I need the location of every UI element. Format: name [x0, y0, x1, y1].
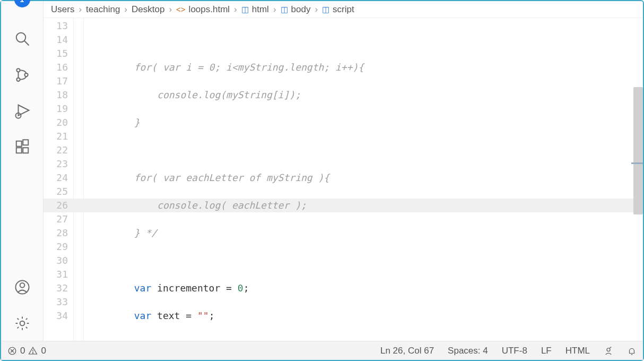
activity-bar: 1 — [1, 1, 43, 341]
status-bar: 0 0 Ln 26, Col 67 Spaces: 4 UTF-8 LF HTM… — [1, 341, 643, 360]
svg-rect-9 — [23, 148, 28, 153]
crumb-script[interactable]: script — [333, 4, 354, 15]
line-number: 29 — [43, 240, 68, 254]
svg-point-2 — [16, 68, 20, 72]
line-number: 26 — [43, 199, 68, 212]
breadcrumb[interactable]: Users› teaching› Desktop› <> loops.html›… — [43, 1, 643, 18]
badge-count: 1 — [14, 0, 30, 7]
feedback-icon[interactable] — [604, 346, 613, 356]
svg-rect-8 — [16, 148, 21, 153]
crumb-html[interactable]: html — [252, 4, 269, 15]
status-encoding[interactable]: UTF-8 — [502, 346, 527, 356]
chevron-right-icon: › — [79, 4, 82, 15]
svg-point-13 — [20, 321, 24, 326]
line-number: 24 — [43, 171, 68, 185]
search-icon[interactable] — [14, 31, 30, 49]
crumb-body[interactable]: body — [291, 4, 311, 15]
fold-gutter — [73, 18, 84, 341]
status-problems[interactable]: 0 0 — [7, 346, 46, 356]
notifications-bell-icon[interactable] — [627, 346, 637, 356]
line-number-gutter: 13 14 15 16 17 18 19 20 21 22 23 24 25 2… — [43, 18, 73, 341]
line-number: 31 — [43, 268, 68, 281]
extensions-icon[interactable] — [14, 139, 30, 157]
line-number: 17 — [43, 74, 68, 88]
account-icon[interactable] — [14, 279, 30, 297]
code-content[interactable]: for( var i = 0; i<myString.length; i++){… — [84, 18, 643, 341]
symbol-icon: ◫ — [322, 5, 329, 14]
code-line[interactable]: console.log( eachLetter ); — [84, 199, 643, 212]
app-root: 1 Users› teaching› Desktop› <> loops.htm… — [0, 0, 644, 361]
line-number: 25 — [43, 185, 68, 199]
editor-column: Users› teaching› Desktop› <> loops.html›… — [43, 1, 643, 341]
code-line[interactable]: } — [84, 116, 643, 130]
code-line[interactable]: } */ — [84, 226, 643, 240]
code-line[interactable]: var incrementor = 0; — [84, 281, 643, 295]
main-row: 1 Users› teaching› Desktop› <> loops.htm… — [1, 1, 643, 341]
svg-rect-10 — [23, 140, 28, 145]
chevron-right-icon: › — [234, 4, 237, 15]
line-number: 15 — [43, 47, 68, 61]
run-debug-icon[interactable] — [14, 103, 30, 121]
line-number: 34 — [43, 309, 68, 323]
line-number: 14 — [43, 33, 68, 47]
crumb-file[interactable]: loops.html — [189, 4, 230, 15]
status-language-mode[interactable]: HTML — [565, 346, 590, 356]
svg-point-0 — [16, 33, 25, 42]
chevron-right-icon: › — [273, 4, 276, 15]
line-number: 27 — [43, 212, 68, 226]
settings-gear-icon[interactable] — [14, 315, 30, 333]
warning-icon — [28, 346, 38, 356]
svg-point-4 — [24, 73, 28, 76]
svg-rect-7 — [16, 141, 21, 147]
editor-area[interactable]: 13 14 15 16 17 18 19 20 21 22 23 24 25 2… — [43, 18, 643, 341]
html-file-icon: <> — [176, 5, 186, 14]
code-line[interactable] — [84, 254, 643, 268]
line-number: 19 — [43, 102, 68, 116]
explorer-badge[interactable]: 1 — [12, 3, 32, 13]
chevron-right-icon: › — [315, 4, 318, 15]
code-line[interactable]: for( var i = 0; i<myString.length; i++){ — [84, 61, 643, 74]
symbol-icon: ◫ — [241, 5, 249, 14]
error-count: 0 — [20, 346, 25, 356]
line-number: 22 — [43, 143, 68, 157]
status-cursor-position[interactable]: Ln 26, Col 67 — [380, 346, 434, 356]
line-number: 13 — [43, 19, 68, 33]
line-number: 28 — [43, 226, 68, 240]
chevron-right-icon: › — [169, 4, 172, 15]
code-line[interactable] — [84, 143, 643, 157]
warning-count: 0 — [41, 346, 46, 356]
line-number: 18 — [43, 88, 68, 102]
symbol-icon: ◫ — [281, 5, 288, 14]
line-number: 23 — [43, 157, 68, 171]
line-number: 30 — [43, 254, 68, 268]
code-line[interactable]: for( var eachLetter of myString ){ — [84, 171, 643, 185]
crumb-desktop[interactable]: Desktop — [132, 4, 164, 15]
code-line[interactable]: var text = ""; — [84, 309, 643, 323]
line-number: 32 — [43, 281, 68, 295]
error-icon — [7, 346, 17, 356]
svg-point-18 — [33, 353, 33, 353]
source-control-icon[interactable] — [14, 67, 30, 85]
line-number: 21 — [43, 130, 68, 143]
crumb-teaching[interactable]: teaching — [86, 4, 120, 15]
svg-point-12 — [20, 283, 24, 288]
line-number: 33 — [43, 295, 68, 309]
svg-point-3 — [16, 78, 20, 81]
svg-line-1 — [24, 41, 29, 46]
status-indentation[interactable]: Spaces: 4 — [448, 346, 488, 356]
svg-point-19 — [607, 348, 610, 351]
line-number: 20 — [43, 116, 68, 130]
code-line[interactable] — [84, 337, 643, 341]
chevron-right-icon: › — [124, 4, 127, 15]
code-line[interactable]: console.log(myString[i]); — [84, 88, 643, 102]
code-line[interactable] — [84, 33, 643, 47]
status-eol[interactable]: LF — [541, 346, 552, 356]
line-number: 16 — [43, 61, 68, 74]
crumb-users[interactable]: Users — [51, 4, 74, 15]
